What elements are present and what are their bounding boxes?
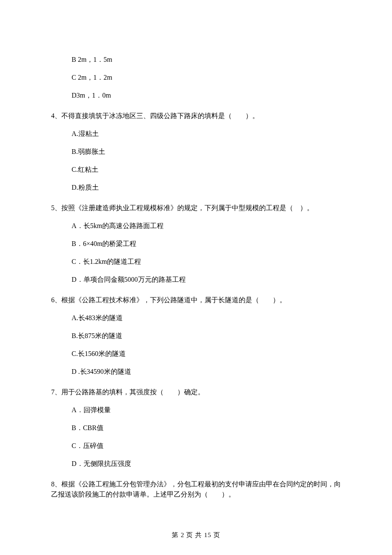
page-footer: 第 2 页 共 15 页 [0,530,392,540]
q6-option-c: C.长1560米的隧道 [72,349,341,359]
q3-option-d: D3m，1．0m [72,90,341,101]
q7-option-b: B．CBR值 [72,423,341,433]
q4-option-b: B.弱膨胀土 [72,147,341,157]
q3-option-c: C 2m，1．2m [72,72,341,83]
q3-option-b: B 2m，1．5m [72,55,341,65]
q5-option-c: C．长1.2km的隧道工程 [72,257,341,267]
q7-stem: 7、用于公路路基的填料，其强度按（ ）确定。 [51,387,341,397]
q5-option-d: D．单项合同金额5000万元的路基工程 [72,275,341,285]
q4-option-a: A.湿粘土 [72,129,341,139]
q4-stem: 4、不得直接填筑于冰冻地区三、四级公路下路床的填料是（ ）。 [51,111,341,121]
q5-option-b: B．6×40m的桥梁工程 [72,239,341,249]
q5-stem: 5、按照《注册建造师执业工程规模标准》的规定，下列属于中型规模的工程是（ ）。 [51,203,341,213]
page: B 2m，1．5m C 2m，1．2m D3m，1．0m 4、不得直接填筑于冰冻… [0,0,392,555]
q4-option-c: C.红粘土 [72,165,341,175]
q5-option-a: A．长5km的高速公路路面工程 [72,221,341,231]
q6-option-d: D .长34590米的隧道 [72,367,341,377]
q8-stem: 8、根据《公路工程施工分包管理办法》，分包工程最初的支付申请应由甲在合同约定的时… [51,479,341,500]
q7-option-a: A．回弹模量 [72,405,341,415]
q7-option-d: D．无侧限抗压强度 [72,459,341,469]
q7-option-c: C．压碎值 [72,441,341,451]
q6-stem: 6、根据《公路工程技术标准》，下列公路隧道中，属于长隧道的是（ ）。 [51,295,341,305]
q6-option-a: A.长483米的隧道 [72,313,341,323]
q6-option-b: B.长875米的隧道 [72,331,341,341]
q4-option-d: D.粉质土 [72,182,341,193]
